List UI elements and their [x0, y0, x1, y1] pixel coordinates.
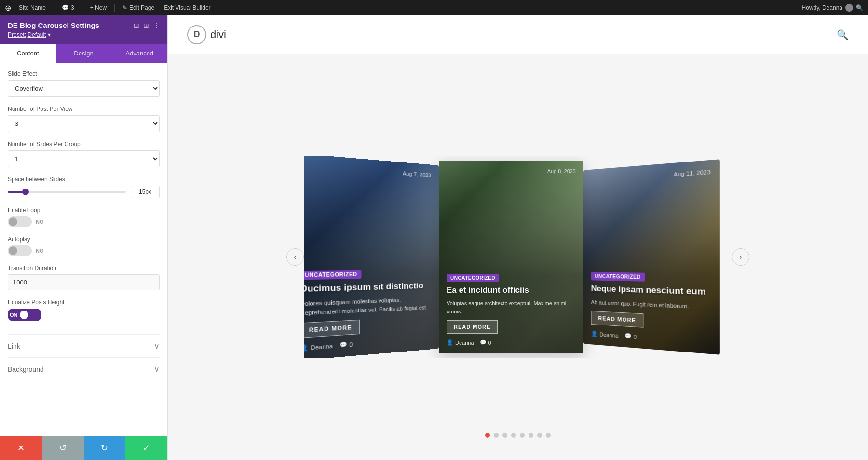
autoplay-toggle[interactable]	[8, 245, 32, 256]
edit-icon: ✎	[122, 4, 127, 11]
sidebar-divider-1	[8, 330, 160, 330]
dot-8[interactable]	[546, 433, 551, 438]
more-icon[interactable]: ⋮	[153, 22, 160, 29]
exit-builder-button[interactable]: Exit Visual Builder	[162, 4, 213, 11]
card-date-3: Aug 11, 2023	[674, 169, 711, 178]
card-content-3: Aug 11, 2023 UNCATEGORIZED Neque ipsam n…	[583, 159, 720, 354]
tab-content[interactable]: Content	[0, 44, 56, 63]
posts-per-view-label: Number of Post Per View	[8, 106, 160, 112]
save-icon: ✓	[143, 443, 150, 453]
sidebar-title: DE Blog Carousel Settings	[8, 21, 99, 29]
card-content-1: Aug 7, 2023 UNCATEGORIZED Ducimus ipsum …	[304, 156, 439, 358]
read-more-button-2[interactable]: READ MORE	[447, 320, 498, 334]
dot-2[interactable]	[494, 433, 499, 438]
main-layout: DE Blog Carousel Settings ⊡ ⊞ ⋮ Preset: …	[0, 15, 868, 460]
slides-per-group-select[interactable]: 1 2 3 4 5	[8, 150, 160, 167]
slider-track[interactable]	[8, 191, 126, 193]
close-button[interactable]: ✕	[0, 436, 42, 460]
posts-per-view-field: Number of Post Per View 3 1 2 4 5	[8, 106, 160, 132]
card-author-3: 👤 Deanna	[591, 330, 619, 338]
dot-5[interactable]	[520, 433, 525, 438]
tab-advanced[interactable]: Advanced	[111, 44, 167, 63]
divi-search-icon[interactable]: 🔍	[837, 29, 849, 41]
howdy-text: Howdy, Deanna 🔍	[802, 4, 864, 12]
read-more-button-1[interactable]: READ MORE	[304, 320, 360, 338]
divi-header: D divi 🔍	[168, 15, 868, 54]
copy-icon[interactable]: ⊡	[134, 22, 139, 29]
comments-icon-3: 💬	[624, 333, 632, 340]
background-section-header[interactable]: Background ∨	[8, 365, 160, 374]
dot-1[interactable]	[485, 433, 490, 438]
avatar	[845, 4, 853, 12]
enable-loop-field: Enable Loop NO	[8, 207, 160, 227]
edit-page-link[interactable]: ✎ Edit Page	[121, 4, 156, 11]
card-meta-2: 👤 Deanna 💬 0	[447, 339, 576, 346]
undo-button[interactable]: ↺	[42, 436, 84, 460]
bar-separator-2	[82, 4, 82, 12]
comments-icon-1: 💬	[339, 341, 347, 349]
background-section-title: Background	[8, 365, 44, 373]
toggle-knob-2	[9, 246, 17, 255]
site-name[interactable]: Site Name	[17, 4, 48, 11]
search-icon[interactable]: 🔍	[856, 4, 863, 11]
link-section-title: Link	[8, 342, 20, 350]
equalize-toggle-on-text: ON	[10, 312, 18, 318]
prev-icon: ‹	[294, 253, 296, 261]
slide-effect-select[interactable]: Coverflow Slide Fade Flip	[8, 80, 160, 97]
dot-7[interactable]	[537, 433, 542, 438]
slides-per-group-field: Number of Slides Per Group 1 2 3 4 5	[8, 141, 160, 167]
card-tag-3: UNCATEGORIZED	[591, 272, 645, 282]
slider-thumb[interactable]	[22, 189, 29, 195]
slide-card-3[interactable]: Aug 11, 2023 UNCATEGORIZED Neque ipsam n…	[583, 159, 720, 354]
wp-logo-icon[interactable]: ⊕	[5, 3, 11, 13]
new-button[interactable]: + New	[88, 4, 108, 11]
dot-6[interactable]	[529, 433, 533, 438]
equalize-posts-toggle[interactable]: ON	[8, 309, 41, 321]
wp-admin-bar: ⊕ Site Name 💬 3 + New ✎ Edit Page Exit V…	[0, 0, 868, 15]
read-more-button-3[interactable]: READ MORE	[591, 311, 644, 328]
undo-icon: ↺	[59, 443, 67, 453]
autoplay-toggle-label: NO	[36, 248, 44, 254]
enable-loop-toggle[interactable]	[8, 216, 32, 227]
preset-selector[interactable]: Preset: Default ▾	[8, 31, 160, 38]
dot-3[interactable]	[502, 433, 507, 438]
comments-link[interactable]: 💬 3	[60, 4, 76, 11]
background-chevron-icon: ∨	[154, 365, 160, 374]
layout-icon[interactable]: ⊞	[143, 22, 149, 29]
autoplay-field: Autoplay NO	[8, 236, 160, 256]
bar-separator	[54, 4, 54, 12]
content-area: D divi 🔍 ‹ Aug 7, 2023	[168, 15, 868, 460]
divi-logo: D divi	[187, 25, 226, 44]
card-excerpt-3: Ab aut error quo. Fugit rem et laborum.	[591, 298, 711, 311]
tab-design[interactable]: Design	[56, 44, 112, 63]
link-section-header[interactable]: Link ∨	[8, 341, 160, 351]
equalize-posts-label: Equalize Posts Height	[8, 299, 160, 306]
equalize-toggle-knob	[20, 311, 28, 319]
link-chevron-icon: ∨	[154, 341, 160, 351]
posts-per-view-select[interactable]: 3 1 2 4 5	[8, 115, 160, 132]
sidebar-header-top: DE Blog Carousel Settings ⊡ ⊞ ⋮	[8, 21, 160, 29]
transition-duration-field: Transition Duration	[8, 265, 160, 290]
next-icon: ›	[739, 253, 742, 261]
transition-duration-input[interactable]	[8, 274, 160, 290]
author-icon-1: 👤	[304, 344, 308, 352]
space-between-slider-row	[8, 186, 160, 198]
redo-button[interactable]: ↻	[84, 436, 126, 460]
enable-loop-toggle-label: NO	[36, 219, 44, 225]
card-meta-3: 👤 Deanna 💬 0	[591, 330, 711, 345]
slide-card-2[interactable]: Aug 8, 2023 UNCATEGORIZED Ea et incidunt…	[439, 161, 583, 353]
equalize-posts-field: Equalize Posts Height ON	[8, 299, 160, 321]
comment-icon: 💬	[62, 4, 69, 11]
author-icon-2: 👤	[447, 339, 453, 346]
card-comments-2: 💬 0	[480, 339, 491, 346]
comments-icon-2: 💬	[480, 339, 487, 346]
slider-value-input[interactable]	[131, 186, 160, 198]
toggle-knob	[9, 217, 17, 226]
dot-4[interactable]	[511, 433, 516, 438]
slide-card-1[interactable]: Aug 7, 2023 UNCATEGORIZED Ducimus ipsum …	[304, 156, 439, 358]
carousel-next-button[interactable]: ›	[732, 248, 749, 266]
card-meta-1: 👤 Deanna 💬 0	[304, 335, 431, 352]
save-button[interactable]: ✓	[125, 436, 167, 460]
sidebar: DE Blog Carousel Settings ⊡ ⊞ ⋮ Preset: …	[0, 15, 168, 460]
carousel-prev-button[interactable]: ‹	[286, 248, 304, 266]
